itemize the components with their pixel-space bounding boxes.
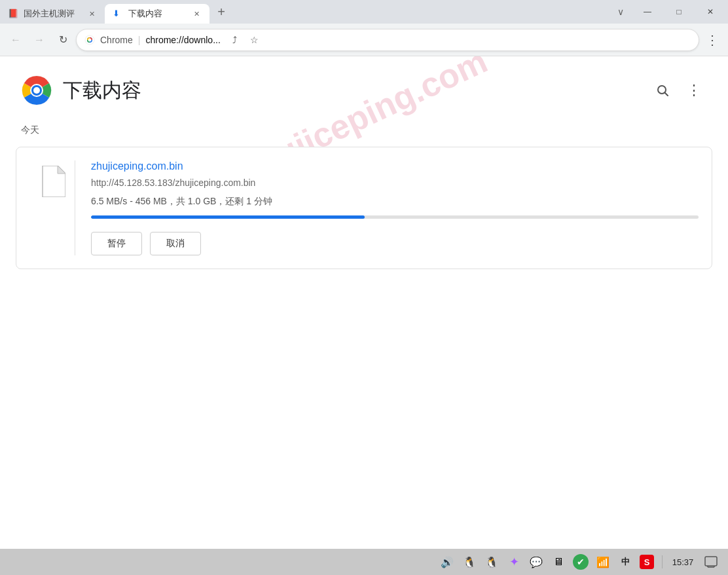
notification-icon bbox=[704, 556, 718, 568]
taskbar: 🔊 🐧 🐧 ✦ 💬 🖥 ✔ 📶 中 S 15:37 bbox=[0, 549, 728, 575]
taskbar-time: 15:37 bbox=[670, 557, 695, 567]
tab-overflow-button[interactable]: ∨ bbox=[611, 3, 630, 21]
address-bar[interactable]: Chrome | chrome://downlo... ⤴ ☆ bbox=[76, 29, 699, 51]
figma-icon[interactable]: ✦ bbox=[506, 554, 522, 570]
svg-rect-9 bbox=[705, 557, 717, 566]
window-controls: — □ ✕ bbox=[632, 0, 728, 24]
download-url: http://45.128.53.183/zhujiceping.com.bin bbox=[91, 177, 699, 188]
cancel-button[interactable]: 取消 bbox=[150, 232, 201, 255]
maximize-button[interactable]: □ bbox=[664, 1, 694, 22]
download-icon-area bbox=[29, 160, 75, 255]
search-downloads-button[interactable] bbox=[649, 77, 676, 103]
section-today-label: 今天 bbox=[0, 119, 728, 141]
tab-host-review[interactable]: 📕 国外主机测评 ✕ bbox=[0, 4, 105, 24]
navigation-bar: ← → ↻ Chrome | chrome://downlo... ⤴ ☆ ⋮ bbox=[0, 24, 728, 56]
notification-button[interactable] bbox=[702, 554, 720, 570]
download-actions: 暂停 取消 bbox=[91, 232, 699, 255]
monitor-icon[interactable]: 🖥 bbox=[551, 554, 566, 570]
tab-downloads-title: 下载内容 bbox=[128, 8, 186, 20]
progress-bar-container bbox=[91, 215, 699, 219]
address-actions: ⤴ ☆ bbox=[226, 31, 264, 49]
wifi-icon[interactable]: 📶 bbox=[595, 554, 611, 570]
close-button[interactable]: ✕ bbox=[695, 1, 725, 22]
ime-chinese-icon[interactable]: 中 bbox=[617, 554, 633, 570]
address-brand: Chrome bbox=[100, 35, 133, 45]
download-speed-info: 6.5 MB/s - 456 MB，共 1.0 GB，还剩 1 分钟 bbox=[91, 196, 699, 208]
download-info: zhujiceping.com.bin http://45.128.53.183… bbox=[91, 160, 699, 255]
search-icon bbox=[656, 84, 669, 97]
svg-line-8 bbox=[665, 93, 668, 96]
tab-host-review-favicon: 📕 bbox=[8, 9, 18, 19]
download-card: zhujiceping.com.bin http://45.128.53.183… bbox=[16, 147, 712, 269]
tab-host-review-close[interactable]: ✕ bbox=[86, 9, 97, 19]
tab-strip: 📕 国外主机测评 ✕ ⬇ 下载内容 ✕ + bbox=[0, 0, 611, 24]
wechat-icon[interactable]: 💬 bbox=[528, 554, 544, 570]
back-button[interactable]: ← bbox=[5, 29, 26, 50]
svg-point-6 bbox=[33, 87, 40, 94]
file-icon bbox=[39, 166, 65, 197]
pause-button[interactable]: 暂停 bbox=[91, 232, 142, 255]
forward-button[interactable]: → bbox=[29, 29, 50, 50]
qq-icon-2[interactable]: 🐧 bbox=[484, 554, 500, 570]
page-header-left: 下载内容 bbox=[21, 75, 141, 106]
bookmark-button[interactable]: ☆ bbox=[246, 31, 264, 49]
title-bar: 📕 国外主机测评 ✕ ⬇ 下载内容 ✕ + ∨ — □ ✕ bbox=[0, 0, 728, 24]
sogou-icon[interactable]: S bbox=[640, 555, 654, 569]
svg-point-2 bbox=[88, 38, 92, 41]
page-title: 下载内容 bbox=[63, 77, 141, 104]
new-tab-button[interactable]: + bbox=[212, 3, 230, 21]
chrome-menu-button[interactable]: ⋮ bbox=[702, 29, 723, 50]
qq-icon-1[interactable]: 🐧 bbox=[462, 554, 477, 570]
minimize-button[interactable]: — bbox=[632, 1, 663, 22]
page-header: 下载内容 ⋮ bbox=[0, 56, 728, 119]
tab-host-review-title: 国外主机测评 bbox=[24, 8, 81, 20]
download-filename[interactable]: zhujiceping.com.bin bbox=[91, 160, 699, 172]
volume-icon[interactable]: 🔊 bbox=[439, 554, 455, 570]
tab-downloads-close[interactable]: ✕ bbox=[191, 9, 202, 19]
share-button[interactable]: ⤴ bbox=[226, 31, 244, 49]
more-options-button[interactable]: ⋮ bbox=[681, 77, 707, 103]
page-content: zhujiceping.com bbox=[0, 56, 728, 549]
address-url: chrome://downlo... bbox=[145, 35, 220, 45]
progress-bar-fill bbox=[91, 215, 365, 219]
chrome-logo-large bbox=[21, 75, 52, 106]
chrome-favicon bbox=[84, 35, 95, 45]
reload-button[interactable]: ↻ bbox=[52, 29, 73, 50]
check-icon[interactable]: ✔ bbox=[573, 554, 589, 570]
tab-downloads-favicon: ⬇ bbox=[113, 9, 123, 19]
tray-separator bbox=[662, 555, 663, 568]
tab-downloads[interactable]: ⬇ 下载内容 ✕ bbox=[105, 4, 209, 24]
page-header-actions: ⋮ bbox=[649, 77, 707, 103]
address-separator: | bbox=[138, 35, 141, 45]
